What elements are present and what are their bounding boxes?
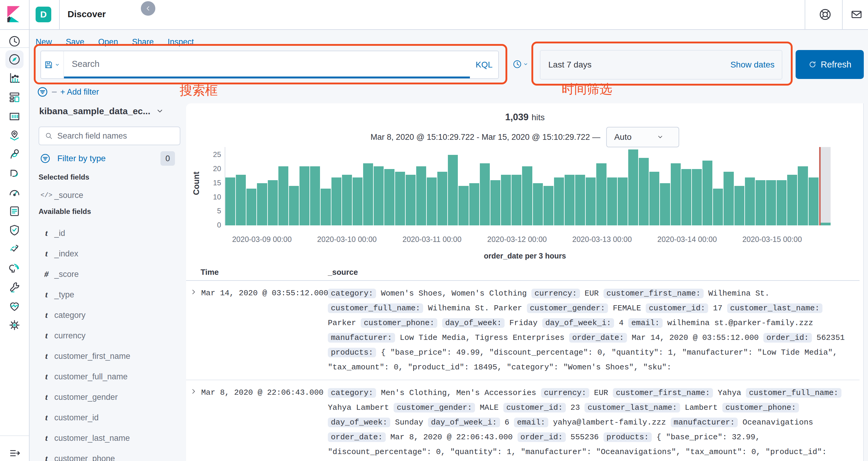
field-item-_source[interactable]: </>_source (39, 188, 177, 203)
mail-icon[interactable] (849, 7, 864, 22)
histogram-bar[interactable] (480, 163, 490, 225)
nav-item-management[interactable] (5, 316, 24, 334)
histogram-bar[interactable] (713, 189, 723, 225)
time-quick-menu-button[interactable] (508, 51, 533, 78)
histogram-bar[interactable] (374, 166, 384, 225)
histogram-bar[interactable] (703, 161, 712, 225)
nav-item-dev-tools[interactable] (5, 278, 24, 296)
histogram-bar[interactable] (777, 180, 786, 225)
histogram-bar[interactable] (384, 169, 394, 225)
field-item-_id[interactable]: t_id (39, 225, 177, 241)
histogram-bar[interactable] (246, 189, 256, 225)
histogram-bar[interactable] (607, 177, 617, 225)
collapse-sidebar-button[interactable] (141, 1, 155, 16)
histogram-bar[interactable] (501, 175, 511, 225)
histogram-bar[interactable] (565, 175, 575, 225)
index-pattern-selector[interactable]: kibana_sample_data_ec... (39, 106, 164, 116)
expand-row-button[interactable] (186, 286, 201, 375)
nav-item-apm[interactable] (5, 259, 24, 277)
histogram-bar[interactable] (512, 175, 522, 225)
kql-button[interactable]: KQL (470, 51, 498, 78)
histogram-bar[interactable] (310, 166, 320, 225)
histogram-bar[interactable] (416, 166, 426, 225)
histogram-bar[interactable] (395, 172, 405, 225)
histogram-bar[interactable] (469, 183, 479, 225)
field-item-_type[interactable]: t_type (39, 287, 177, 302)
column-header-source[interactable]: _source (328, 268, 358, 277)
nav-item-siem[interactable] (5, 221, 24, 239)
search-input[interactable]: Search (64, 51, 470, 78)
nav-item-stack-monitoring[interactable] (5, 297, 24, 315)
histogram-bar[interactable] (723, 172, 734, 225)
nav-item-maps[interactable] (5, 126, 24, 144)
nav-item-canvas[interactable] (5, 107, 24, 125)
field-search-input[interactable]: Search field names (39, 127, 180, 145)
histogram-bar[interactable] (363, 163, 373, 225)
histogram-bar[interactable] (787, 175, 797, 225)
filter-by-type-button[interactable]: Filter by type (39, 153, 105, 165)
column-header-time[interactable]: Time (200, 268, 219, 277)
saved-query-button[interactable] (41, 51, 64, 78)
histogram-bar[interactable] (352, 177, 363, 225)
histogram-bar[interactable] (745, 177, 755, 225)
nav-item-machine-learning[interactable] (5, 145, 24, 163)
nav-item-visualize[interactable] (5, 69, 24, 87)
histogram-bar[interactable] (618, 177, 628, 225)
kibana-logo-icon[interactable] (4, 4, 24, 24)
histogram-bar[interactable] (459, 186, 468, 225)
histogram-bar[interactable] (289, 186, 299, 225)
nav-item-dashboard[interactable] (5, 88, 24, 106)
histogram-bar[interactable] (649, 172, 659, 225)
histogram-bar[interactable] (575, 175, 585, 225)
nav-item-metrics[interactable] (5, 183, 24, 201)
histogram-bar[interactable] (342, 175, 352, 225)
histogram-bar[interactable] (522, 166, 532, 225)
histogram-bar[interactable] (692, 169, 702, 225)
menu-item-share[interactable]: Share (132, 37, 154, 46)
histogram-bar[interactable] (734, 186, 744, 225)
field-item-customer_gender[interactable]: tcustomer_gender (39, 389, 177, 405)
histogram-bar[interactable] (639, 158, 649, 225)
field-item-currency[interactable]: tcurrency (39, 328, 177, 343)
refresh-button[interactable]: Refresh (796, 50, 864, 79)
histogram-bar[interactable] (809, 177, 818, 225)
histogram-bar[interactable] (268, 180, 278, 225)
histogram-bar[interactable] (533, 183, 543, 225)
histogram-bar[interactable] (236, 175, 246, 225)
histogram-bar[interactable] (257, 183, 267, 225)
histogram-bar[interactable] (798, 166, 808, 225)
histogram-bar[interactable] (437, 172, 447, 225)
nav-item-graph[interactable] (5, 164, 24, 182)
histogram-bar[interactable] (448, 155, 458, 225)
histogram-bar[interactable] (766, 180, 776, 225)
histogram-bar[interactable] (427, 177, 437, 225)
histogram-bar[interactable] (586, 177, 596, 225)
histogram-bar[interactable] (490, 180, 500, 225)
field-item-_index[interactable]: t_index (39, 246, 177, 262)
expand-row-button[interactable] (186, 386, 201, 461)
field-item-category[interactable]: tcategory (39, 307, 177, 323)
histogram-bar[interactable] (225, 177, 235, 225)
scrollbar-track[interactable] (863, 103, 868, 461)
menu-item-open[interactable]: Open (98, 37, 118, 46)
histogram-bar[interactable] (320, 189, 331, 225)
histogram-bar[interactable] (681, 169, 691, 225)
field-item-customer_phone[interactable]: tcustomer_phone (39, 451, 177, 461)
histogram-bar[interactable] (332, 177, 341, 225)
help-icon[interactable] (818, 7, 832, 22)
histogram-bar[interactable] (628, 150, 638, 225)
histogram-bar[interactable] (544, 186, 553, 225)
filter-icon[interactable] (36, 86, 49, 98)
nav-item-logs[interactable] (5, 202, 24, 220)
nav-item-recently-viewed[interactable] (5, 32, 24, 50)
nav-item-discover[interactable] (5, 50, 24, 68)
nav-item-uptime[interactable] (5, 240, 24, 258)
histogram-bar-partial[interactable] (820, 223, 831, 225)
histogram-bar[interactable] (660, 183, 670, 225)
menu-item-save[interactable]: Save (66, 37, 85, 46)
field-item-customer_first_name[interactable]: tcustomer_first_name (39, 348, 177, 364)
menu-item-new[interactable]: New (36, 37, 52, 46)
menu-item-inspect[interactable]: Inspect (168, 37, 194, 46)
histogram-bar[interactable] (300, 166, 309, 225)
space-avatar[interactable]: D (36, 7, 51, 22)
